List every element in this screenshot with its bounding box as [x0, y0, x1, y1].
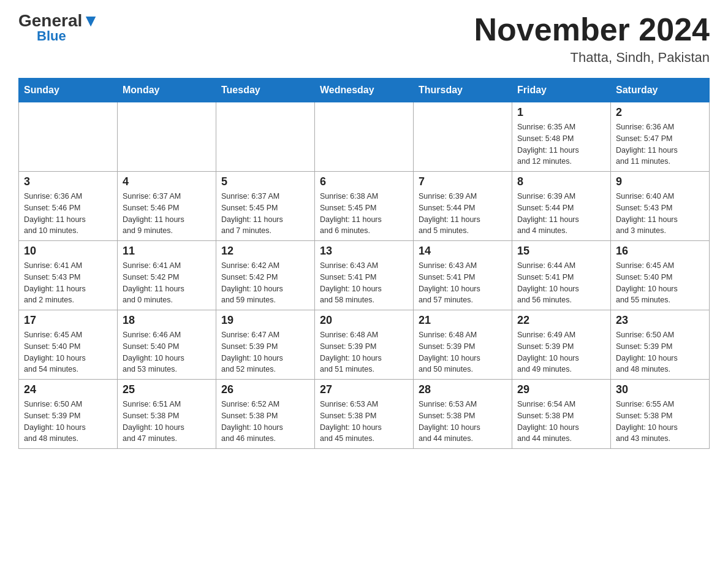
day-info: Sunrise: 6:45 AMSunset: 5:40 PMDaylight:…: [24, 329, 112, 375]
calendar-cell: 30Sunrise: 6:55 AMSunset: 5:38 PMDayligh…: [611, 380, 710, 449]
calendar-cell: 15Sunrise: 6:44 AMSunset: 5:41 PMDayligh…: [512, 241, 611, 310]
day-number: 4: [123, 175, 211, 188]
day-info: Sunrise: 6:44 AMSunset: 5:41 PMDaylight:…: [517, 260, 605, 306]
week-row-3: 10Sunrise: 6:41 AMSunset: 5:43 PMDayligh…: [19, 241, 710, 310]
calendar-cell: 26Sunrise: 6:52 AMSunset: 5:38 PMDayligh…: [216, 380, 315, 449]
day-number: 1: [517, 106, 605, 119]
day-number: 5: [221, 175, 309, 188]
day-number: 18: [123, 314, 211, 327]
calendar-cell: [19, 102, 118, 172]
weekday-header-monday: Monday: [118, 79, 216, 102]
day-number: 30: [616, 383, 704, 396]
day-info: Sunrise: 6:38 AMSunset: 5:45 PMDaylight:…: [320, 191, 408, 237]
day-info: Sunrise: 6:36 AMSunset: 5:46 PMDaylight:…: [24, 191, 112, 237]
calendar-cell: 9Sunrise: 6:40 AMSunset: 5:43 PMDaylight…: [611, 172, 710, 241]
calendar-cell: 14Sunrise: 6:43 AMSunset: 5:41 PMDayligh…: [414, 241, 512, 310]
calendar-cell: 22Sunrise: 6:49 AMSunset: 5:39 PMDayligh…: [512, 310, 611, 380]
calendar-cell: 24Sunrise: 6:50 AMSunset: 5:39 PMDayligh…: [19, 380, 118, 449]
calendar-cell: [216, 102, 315, 172]
calendar-cell: 4Sunrise: 6:37 AMSunset: 5:46 PMDaylight…: [118, 172, 216, 241]
day-info: Sunrise: 6:48 AMSunset: 5:39 PMDaylight:…: [320, 329, 408, 375]
day-info: Sunrise: 6:35 AMSunset: 5:48 PMDaylight:…: [517, 121, 605, 167]
week-row-2: 3Sunrise: 6:36 AMSunset: 5:46 PMDaylight…: [19, 172, 710, 241]
calendar-table: SundayMondayTuesdayWednesdayThursdayFrid…: [18, 78, 710, 449]
day-info: Sunrise: 6:55 AMSunset: 5:38 PMDaylight:…: [616, 399, 704, 445]
logo-triangle-icon: ▼: [82, 11, 99, 30]
weekday-header-wednesday: Wednesday: [315, 79, 414, 102]
calendar-cell: 16Sunrise: 6:45 AMSunset: 5:40 PMDayligh…: [611, 241, 710, 310]
day-number: 9: [616, 175, 704, 188]
calendar-cell: 19Sunrise: 6:47 AMSunset: 5:39 PMDayligh…: [216, 310, 315, 380]
calendar-cell: 1Sunrise: 6:35 AMSunset: 5:48 PMDaylight…: [512, 102, 611, 172]
day-info: Sunrise: 6:45 AMSunset: 5:40 PMDaylight:…: [616, 260, 704, 306]
day-number: 26: [221, 383, 309, 396]
day-number: 25: [123, 383, 211, 396]
calendar-cell: 18Sunrise: 6:46 AMSunset: 5:40 PMDayligh…: [118, 310, 216, 380]
day-number: 10: [24, 245, 112, 258]
day-number: 13: [320, 245, 408, 258]
day-number: 19: [221, 314, 309, 327]
logo: General▼ Blue: [18, 12, 99, 43]
day-number: 28: [419, 383, 507, 396]
calendar-cell: 12Sunrise: 6:42 AMSunset: 5:42 PMDayligh…: [216, 241, 315, 310]
day-info: Sunrise: 6:50 AMSunset: 5:39 PMDaylight:…: [616, 329, 704, 375]
day-info: Sunrise: 6:47 AMSunset: 5:39 PMDaylight:…: [221, 329, 309, 375]
day-info: Sunrise: 6:41 AMSunset: 5:43 PMDaylight:…: [24, 260, 112, 306]
weekday-header-row: SundayMondayTuesdayWednesdayThursdayFrid…: [19, 79, 710, 102]
day-number: 3: [24, 175, 112, 188]
calendar-cell: 23Sunrise: 6:50 AMSunset: 5:39 PMDayligh…: [611, 310, 710, 380]
logo-blue-text: Blue: [37, 29, 99, 43]
calendar-cell: 21Sunrise: 6:48 AMSunset: 5:39 PMDayligh…: [414, 310, 512, 380]
calendar-cell: 7Sunrise: 6:39 AMSunset: 5:44 PMDaylight…: [414, 172, 512, 241]
calendar-cell: 6Sunrise: 6:38 AMSunset: 5:45 PMDaylight…: [315, 172, 414, 241]
day-info: Sunrise: 6:41 AMSunset: 5:42 PMDaylight:…: [123, 260, 211, 306]
day-info: Sunrise: 6:53 AMSunset: 5:38 PMDaylight:…: [320, 399, 408, 445]
day-info: Sunrise: 6:37 AMSunset: 5:46 PMDaylight:…: [123, 191, 211, 237]
calendar-cell: 25Sunrise: 6:51 AMSunset: 5:38 PMDayligh…: [118, 380, 216, 449]
day-number: 22: [517, 314, 605, 327]
day-number: 21: [419, 314, 507, 327]
day-info: Sunrise: 6:52 AMSunset: 5:38 PMDaylight:…: [221, 399, 309, 445]
day-info: Sunrise: 6:40 AMSunset: 5:43 PMDaylight:…: [616, 191, 704, 237]
calendar-cell: [315, 102, 414, 172]
page-header: General▼ Blue November 2024 Thatta, Sind…: [18, 12, 710, 66]
day-number: 24: [24, 383, 112, 396]
week-row-5: 24Sunrise: 6:50 AMSunset: 5:39 PMDayligh…: [19, 380, 710, 449]
calendar-cell: 10Sunrise: 6:41 AMSunset: 5:43 PMDayligh…: [19, 241, 118, 310]
week-row-4: 17Sunrise: 6:45 AMSunset: 5:40 PMDayligh…: [19, 310, 710, 380]
day-number: 17: [24, 314, 112, 327]
day-info: Sunrise: 6:50 AMSunset: 5:39 PMDaylight:…: [24, 399, 112, 445]
day-number: 27: [320, 383, 408, 396]
calendar-cell: 13Sunrise: 6:43 AMSunset: 5:41 PMDayligh…: [315, 241, 414, 310]
day-info: Sunrise: 6:54 AMSunset: 5:38 PMDaylight:…: [517, 399, 605, 445]
day-number: 2: [616, 106, 704, 119]
day-number: 6: [320, 175, 408, 188]
month-year-title: November 2024: [474, 12, 710, 47]
calendar-cell: [118, 102, 216, 172]
day-info: Sunrise: 6:49 AMSunset: 5:39 PMDaylight:…: [517, 329, 605, 375]
day-number: 20: [320, 314, 408, 327]
weekday-header-thursday: Thursday: [414, 79, 512, 102]
day-info: Sunrise: 6:53 AMSunset: 5:38 PMDaylight:…: [419, 399, 507, 445]
calendar-cell: 11Sunrise: 6:41 AMSunset: 5:42 PMDayligh…: [118, 241, 216, 310]
calendar-cell: 8Sunrise: 6:39 AMSunset: 5:44 PMDaylight…: [512, 172, 611, 241]
calendar-cell: 29Sunrise: 6:54 AMSunset: 5:38 PMDayligh…: [512, 380, 611, 449]
day-number: 12: [221, 245, 309, 258]
day-info: Sunrise: 6:43 AMSunset: 5:41 PMDaylight:…: [320, 260, 408, 306]
day-number: 16: [616, 245, 704, 258]
calendar-cell: 5Sunrise: 6:37 AMSunset: 5:45 PMDaylight…: [216, 172, 315, 241]
day-info: Sunrise: 6:51 AMSunset: 5:38 PMDaylight:…: [123, 399, 211, 445]
calendar-cell: [414, 102, 512, 172]
calendar-cell: 27Sunrise: 6:53 AMSunset: 5:38 PMDayligh…: [315, 380, 414, 449]
day-number: 11: [123, 245, 211, 258]
weekday-header-saturday: Saturday: [611, 79, 710, 102]
day-info: Sunrise: 6:43 AMSunset: 5:41 PMDaylight:…: [419, 260, 507, 306]
weekday-header-sunday: Sunday: [19, 79, 118, 102]
week-row-1: 1Sunrise: 6:35 AMSunset: 5:48 PMDaylight…: [19, 102, 710, 172]
calendar-cell: 28Sunrise: 6:53 AMSunset: 5:38 PMDayligh…: [414, 380, 512, 449]
calendar-cell: 2Sunrise: 6:36 AMSunset: 5:47 PMDaylight…: [611, 102, 710, 172]
title-block: November 2024 Thatta, Sindh, Pakistan: [474, 12, 710, 66]
day-info: Sunrise: 6:37 AMSunset: 5:45 PMDaylight:…: [221, 191, 309, 237]
day-info: Sunrise: 6:48 AMSunset: 5:39 PMDaylight:…: [419, 329, 507, 375]
logo-general: General▼: [18, 12, 99, 29]
